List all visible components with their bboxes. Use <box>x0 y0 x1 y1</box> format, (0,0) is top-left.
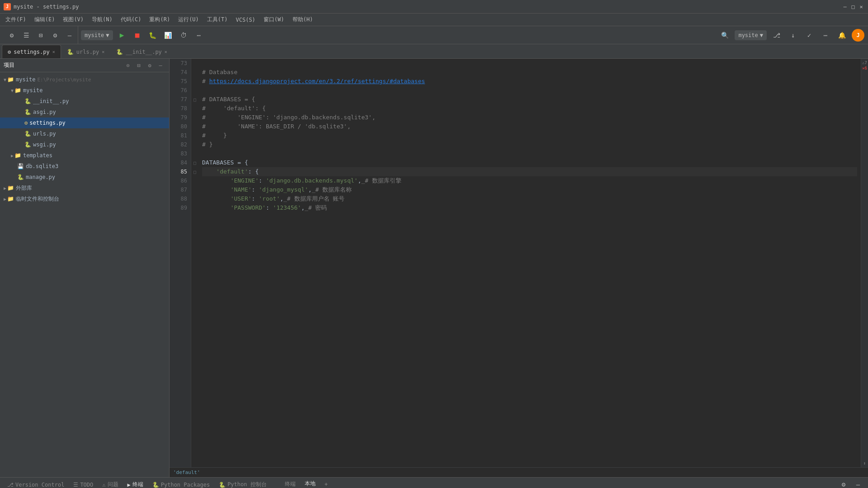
tab-close-urls[interactable]: ✕ <box>102 49 104 54</box>
code-editor[interactable]: # Database # https://docs.djangoproject.… <box>198 59 861 467</box>
toolbar-minus-btn[interactable]: — <box>63 29 76 42</box>
tree-item-mysite-folder[interactable]: ▼ 📁 mysite <box>0 85 169 96</box>
spacer <box>18 110 24 115</box>
line-num-73: 73 <box>171 59 187 68</box>
window-controls[interactable]: — □ ✕ <box>842 4 864 10</box>
menu-help[interactable]: 帮助(H) <box>289 14 317 25</box>
editor-breadcrumb: 'default' <box>170 467 868 477</box>
terminal-settings-btn[interactable]: ⚙ <box>837 478 850 488</box>
line-num-88: 88 <box>171 194 187 203</box>
menu-refactor[interactable]: 重构(R) <box>146 14 174 25</box>
search-btn[interactable]: 🔍 <box>718 29 731 42</box>
line-num-82: 82 <box>171 140 187 149</box>
terminal-tab-local[interactable]: 终端 <box>281 479 299 488</box>
fold-77[interactable]: □ <box>191 95 198 104</box>
sidebar-hide-btn[interactable]: — <box>156 61 165 70</box>
update-btn[interactable]: ↓ <box>787 29 799 42</box>
menu-edit[interactable]: 编辑(E) <box>31 14 59 25</box>
tree-item-label: mysite <box>16 76 35 83</box>
fold-81 <box>191 131 198 140</box>
menu-vcs[interactable]: VCS(S) <box>232 15 259 24</box>
stop-button[interactable]: ■ <box>131 29 144 42</box>
terminal-tab-local-active[interactable]: 本地 <box>301 478 319 488</box>
commit-btn[interactable]: ✓ <box>803 29 816 42</box>
run-button[interactable]: ▶ <box>116 29 128 42</box>
fold-80 <box>191 122 198 131</box>
tree-item-templates[interactable]: ▶ 📁 templates <box>0 150 169 161</box>
tree-item-external-libs[interactable]: ▶ 📁 外部库 <box>0 183 169 193</box>
line-num-78: 78 <box>171 104 187 113</box>
tree-item-root[interactable]: ▼ 📁 mysite E:\Projects\mysite <box>0 74 169 85</box>
tab-terminal[interactable]: ▶ 终端 <box>124 479 147 488</box>
main-layout: 项目 ⊙ ⊟ ⚙ — ▼ 📁 mysite E:\Projects\mysite… <box>0 59 868 477</box>
more-btn[interactable]: ⋯ <box>819 29 832 42</box>
terminal-area: ⎇ Version Control ☰ TODO ⚠ 问题 ▶ 终端 🐍 Pyt… <box>0 477 868 488</box>
terminal-add-tab[interactable]: + <box>321 479 331 488</box>
line-num-75: 75 <box>171 77 187 86</box>
tab-bar: ⚙ settings.py ✕ 🐍 urls.py ✕ 🐍 __init__.p… <box>0 44 868 59</box>
tree-item-wsgi[interactable]: 🐍 wsgi.py <box>0 139 169 150</box>
tree-item-init[interactable]: 🐍 __init__.py <box>0 96 169 107</box>
tab-issues[interactable]: ⚠ 问题 <box>99 479 122 488</box>
tab-python-packages[interactable]: 🐍 Python Packages <box>149 479 213 488</box>
fold-84[interactable]: □ <box>191 158 198 167</box>
tab-close-init[interactable]: ✕ <box>165 49 167 54</box>
project-dropdown[interactable]: mysite ▼ <box>735 30 767 40</box>
user-avatar[interactable]: J <box>852 29 864 42</box>
sidebar-settings-btn[interactable]: ⚙ <box>145 61 155 70</box>
project-selector[interactable]: mysite ▼ <box>81 30 113 40</box>
sidebar-actions: ⊙ ⊟ ⚙ — <box>123 61 165 70</box>
tree-item-urls[interactable]: 🐍 urls.py <box>0 128 169 139</box>
tab-settings-py[interactable]: ⚙ settings.py ✕ <box>2 45 61 58</box>
tab-urls-py[interactable]: 🐍 urls.py ✕ <box>61 45 111 58</box>
tree-item-label: wsgi.py <box>33 141 56 148</box>
menu-view[interactable]: 视图(V) <box>59 14 87 25</box>
maximize-button[interactable]: □ <box>850 4 856 10</box>
tree-item-manage[interactable]: 🐍 manage.py <box>0 172 169 183</box>
toolbar-more-btn[interactable]: ⋯ <box>193 29 205 42</box>
fold-73 <box>191 59 198 68</box>
sidebar-collapse-btn[interactable]: ⊟ <box>134 61 144 70</box>
line-num-79: 79 <box>171 113 187 122</box>
menu-navigate[interactable]: 导航(N) <box>88 14 116 25</box>
menu-tools[interactable]: 工具(T) <box>203 14 231 25</box>
toolbar-gear-btn[interactable]: ⚙ <box>49 29 61 42</box>
menu-code[interactable]: 代码(C) <box>117 14 145 25</box>
tab-init-py[interactable]: 🐍 __init__.py ✕ <box>110 45 173 58</box>
tab-close-settings[interactable]: ✕ <box>52 49 55 54</box>
toolbar-list-btn[interactable]: ☰ <box>20 29 33 42</box>
editor-area: 73 74 75 76 77 78 79 80 81 82 83 84 85 8… <box>170 59 868 477</box>
menu-run[interactable]: 运行(U) <box>175 14 203 25</box>
notifications-btn[interactable]: 🔔 <box>835 29 848 42</box>
line-num-86: 86 <box>171 176 187 185</box>
toolbar-nav: ⚙ ☰ ⊟ ⚙ — <box>4 26 78 44</box>
tab-version-control[interactable]: ⎇ Version Control <box>4 479 68 488</box>
tree-item-db[interactable]: 💾 db.sqlite3 <box>0 161 169 172</box>
menu-file[interactable]: 文件(F) <box>2 14 30 25</box>
python-packages-label: Python Packages <box>161 482 210 488</box>
git-btn[interactable]: ⎇ <box>770 29 783 42</box>
title-bar-left: J mysite - settings.py <box>4 3 79 10</box>
minimize-button[interactable]: — <box>842 4 848 10</box>
scroll-indicator[interactable]: ↕ <box>863 461 866 465</box>
tab-label-urls: urls.py <box>76 49 99 55</box>
tab-python-console[interactable]: 🐍 Python 控制台 <box>215 479 270 488</box>
terminal-hide-btn[interactable]: — <box>852 478 864 488</box>
toolbar-debug-btn[interactable]: 🐛 <box>146 29 159 42</box>
toolbar-settings-btn[interactable]: ⚙ <box>5 29 18 42</box>
toolbar-coverage-btn[interactable]: 📊 <box>162 29 175 42</box>
folder-icon: 📁 <box>14 152 21 159</box>
py-file-icon: 🐍 <box>24 98 31 104</box>
tree-item-asgi[interactable]: 🐍 asgi.py <box>0 107 169 117</box>
folder-icon: 📁 <box>7 76 14 83</box>
toolbar-profile-btn[interactable]: ⏱ <box>177 29 190 42</box>
toolbar-collapse-btn[interactable]: ⊟ <box>34 29 47 42</box>
tree-item-scratch[interactable]: ▶ 📁 临时文件和控制台 <box>0 193 169 204</box>
tab-todo[interactable]: ☰ TODO <box>70 479 97 488</box>
menu-window[interactable]: 窗口(W) <box>260 14 288 25</box>
tree-item-settings[interactable]: ⚙ settings.py <box>0 117 169 128</box>
menu-bar: 文件(F) 编辑(E) 视图(V) 导航(N) 代码(C) 重构(R) 运行(U… <box>0 14 868 26</box>
sidebar-locate-btn[interactable]: ⊙ <box>123 61 133 70</box>
fold-85[interactable]: □ <box>191 167 198 176</box>
close-button[interactable]: ✕ <box>858 4 864 10</box>
